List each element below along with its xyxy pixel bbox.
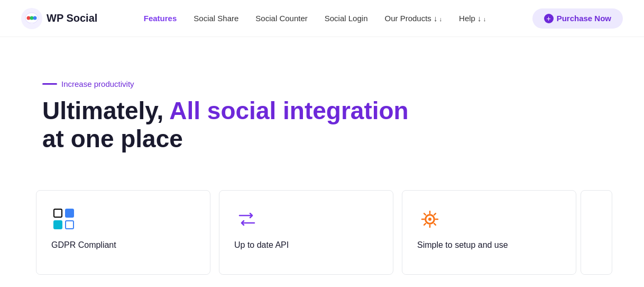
nav-item-our-products[interactable]: Our Products ↓ [384,14,442,23]
nav-item-social-share[interactable]: Social Share [194,14,238,23]
svg-point-2 [27,16,31,20]
nav-item-help[interactable]: Help ↓ [459,14,486,23]
nav-item-features[interactable]: Features [144,14,177,23]
card-api: Up to date API [219,190,393,275]
hero-section: Increase productivity Ultimately, All so… [0,37,644,174]
card-api-title: Up to date API [234,240,378,250]
svg-point-4 [33,16,37,20]
hero-title-plain: Ultimately, [42,97,169,124]
nav-item-social-login[interactable]: Social Login [325,14,368,23]
logo[interactable]: WP Social [21,8,97,29]
svg-point-3 [30,16,34,20]
api-icon [234,207,260,232]
gdpr-icon [51,207,77,232]
purchase-now-button[interactable]: + Purchase Now [532,8,623,29]
hero-title-end: at one place [42,125,183,153]
main-nav: Features Social Share Social Counter Soc… [144,14,486,23]
card-partial [581,190,612,275]
hero-title-highlight: All social integration [169,97,408,124]
svg-point-6 [428,218,431,221]
card-setup-title: Simple to setup and use [417,240,561,250]
hero-title: Ultimately, All social integration at on… [42,97,412,153]
hero-tag-text: Increase productivity [61,79,134,88]
purchase-now-label: Purchase Now [557,14,611,23]
header: WP Social Features Social Share Social C… [0,0,644,37]
card-gdpr: GDPR Compliant [36,190,210,275]
card-gdpr-title: GDPR Compliant [51,240,195,250]
logo-icon [21,8,42,29]
gear-icon [417,207,443,232]
hero-tag: Increase productivity [42,79,602,88]
hero-tag-line-decoration [42,83,57,85]
plus-icon: + [544,14,554,23]
feature-cards: GDPR Compliant Up to date API [0,174,644,275]
nav-item-social-counter[interactable]: Social Counter [255,14,307,23]
card-setup: Simple to setup and use [402,190,576,275]
logo-text: WP Social [47,12,97,24]
